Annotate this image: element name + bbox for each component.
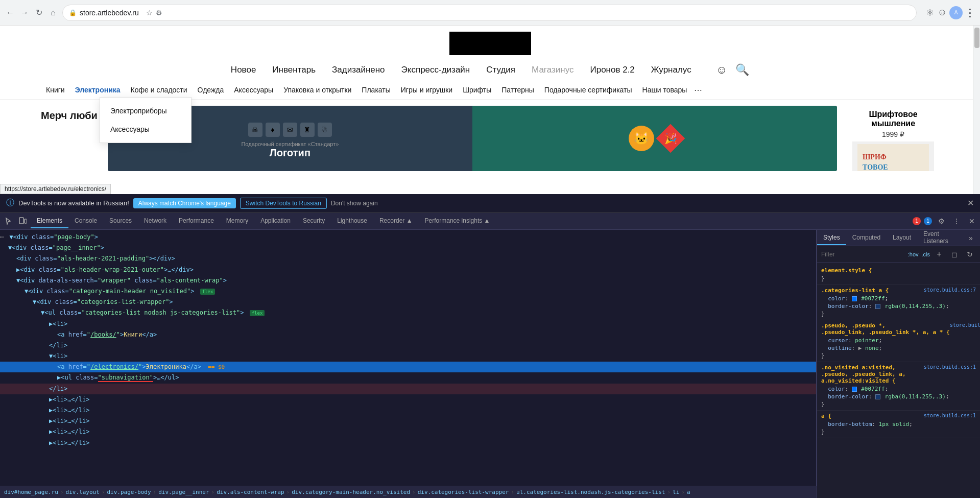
dom-line[interactable]: ▶<li>…</li>	[0, 416, 816, 426]
border-color-swatch-2[interactable]	[875, 394, 880, 399]
cat-odezhda[interactable]: Одежда	[193, 84, 229, 96]
toggle-style-classes-button[interactable]: ◻	[948, 248, 961, 260]
switch-devtools-button[interactable]: Switch DevTools to Russian	[240, 198, 327, 209]
nav-journalus[interactable]: Журналус	[651, 65, 691, 75]
reload-button[interactable]: ↻	[34, 8, 44, 18]
tab-sources[interactable]: Sources	[103, 214, 138, 228]
styles-tab-styles[interactable]: Styles	[817, 231, 846, 245]
inspect-element-button[interactable]	[2, 215, 14, 227]
dom-line[interactable]: </li>	[0, 384, 816, 394]
color-swatch[interactable]	[852, 296, 857, 301]
breadcrumb-cat-list-wrapper[interactable]: div.categories-list-wrapper	[418, 489, 509, 495]
add-style-rule-button[interactable]: +	[933, 248, 945, 260]
breadcrumb-page-inner[interactable]: div.page__inner	[158, 489, 209, 495]
cat-podarochnye[interactable]: Подарочные сертификаты	[539, 84, 637, 96]
breadcrumb-layout[interactable]: div.layout	[66, 489, 100, 495]
tab-application[interactable]: Application	[254, 214, 297, 228]
more-categories-button[interactable]: ⋯	[694, 85, 702, 95]
user-icon[interactable]: ☺	[716, 63, 727, 77]
tab-security[interactable]: Security	[297, 214, 331, 228]
css-source[interactable]: store.build.css:1	[924, 364, 976, 370]
cat-igry[interactable]: Игры и игрушки	[396, 84, 458, 96]
dom-line[interactable]: ▶<li>	[0, 319, 816, 329]
cat-upakovka[interactable]: Упаковка и открытки	[278, 84, 356, 96]
styles-tab-layout[interactable]: Layout	[887, 231, 917, 245]
more-tools-button[interactable]: ⋮	[950, 215, 963, 227]
bookmark-star-icon[interactable]: ☆	[146, 9, 153, 17]
address-bar[interactable]: 🔒 store.artlebedev.ru ☆ ⚙	[62, 5, 917, 21]
dom-line[interactable]: </li>	[0, 340, 816, 351]
dom-panel[interactable]: ⋯ ▼<div class="page-body"> ▼<div class="…	[0, 230, 817, 498]
settings-button[interactable]: ⚙	[935, 215, 947, 227]
dom-line[interactable]: ⋯ ▼<div class="page-body">	[0, 232, 816, 243]
cat-nashi[interactable]: Наши товары	[637, 84, 692, 96]
breadcrumb-li[interactable]: li	[673, 489, 679, 495]
css-source[interactable]: store.build.css:1	[950, 322, 980, 337]
search-icon[interactable]: 🔍	[735, 63, 749, 77]
dom-line[interactable]: ▶<ul class="subnavigation">…</ul>	[0, 372, 816, 383]
styles-tab-computed[interactable]: Computed	[846, 231, 887, 245]
breadcrumb-als-content[interactable]: div.als-content-wrap	[217, 489, 284, 495]
nav-zadizayneno[interactable]: Задизайнено	[332, 65, 385, 75]
cat-kofe[interactable]: Кофе и сладости	[126, 84, 193, 96]
cat-plakaty[interactable]: Плакаты	[356, 84, 395, 96]
home-button[interactable]: ⌂	[48, 8, 58, 18]
styles-more-button[interactable]: »	[965, 232, 977, 244]
breadcrumb-page-body[interactable]: div.page-body	[107, 489, 151, 495]
nav-inventar[interactable]: Инвентарь	[272, 65, 316, 75]
extensions-icon[interactable]: ⚙	[156, 9, 162, 17]
dom-line[interactable]: ▼<div class="page__inner">	[0, 243, 816, 253]
cat-patterny[interactable]: Паттерны	[496, 84, 539, 96]
dom-line[interactable]: ▶<li>…</li>	[0, 426, 816, 437]
dom-line-selected[interactable]: <a href="/electronics/">Электроника</a> …	[0, 362, 816, 372]
notification-close-button[interactable]: ✕	[967, 198, 974, 208]
profile-button[interactable]: ☺	[937, 8, 947, 18]
breadcrumb-a[interactable]: a	[687, 489, 690, 495]
cls-button[interactable]: .cls	[922, 251, 930, 257]
dropdown-item-aksessuary[interactable]: Аксессуары	[100, 120, 191, 138]
nav-magazinus[interactable]: Магазинус	[532, 65, 573, 75]
tab-elements[interactable]: Elements	[31, 214, 68, 228]
tab-console[interactable]: Console	[68, 214, 103, 228]
tab-perf-insights[interactable]: Performance insights ▲	[419, 214, 496, 228]
dom-line[interactable]: ▶<li>…</li>	[0, 438, 816, 448]
device-toolbar-button[interactable]	[16, 215, 29, 227]
dropdown-item-elektropribory[interactable]: Электроприборы	[100, 102, 191, 120]
dom-line[interactable]: ▶<div class="als-header-wrap-2021-outer"…	[0, 265, 816, 275]
nav-express[interactable]: Экспресс-дизайн	[401, 65, 470, 75]
breadcrumb-cat-header[interactable]: div.category-main-header.no_visited	[292, 489, 410, 495]
scrollbar-thumb[interactable]	[974, 28, 979, 48]
dom-line[interactable]: ▼<div class="category-main-header no_vis…	[0, 286, 816, 297]
cat-elektronika[interactable]: Электроника	[70, 84, 126, 96]
nav-novoe[interactable]: Новое	[231, 65, 256, 75]
dont-show-button[interactable]: Don't show again	[331, 200, 378, 207]
breadcrumb-home-page[interactable]: div#home_page.ru	[4, 489, 58, 495]
filter-input[interactable]	[821, 251, 905, 258]
breadcrumb-ul[interactable]: ul.categories-list.nodash.js-categories-…	[516, 489, 665, 495]
dom-line[interactable]: ▼<div data-als-search="wrapper" class="a…	[0, 275, 816, 286]
tab-performance[interactable]: Performance	[173, 214, 220, 228]
dom-line[interactable]: ▶<li>…</li>	[0, 394, 816, 405]
tab-lighthouse[interactable]: Lighthouse	[331, 214, 373, 228]
css-source[interactable]: store.build.css:7	[924, 287, 976, 295]
dom-line[interactable]: ▼<ul class="categories-list nodash js-ca…	[0, 307, 816, 318]
cat-knigi[interactable]: Книги	[41, 84, 70, 96]
forward-button[interactable]: →	[19, 8, 30, 18]
tab-recorder[interactable]: Recorder ▲	[373, 214, 419, 228]
cat-shrifty[interactable]: Шрифты	[458, 84, 496, 96]
back-button[interactable]: ←	[5, 8, 15, 18]
tab-memory[interactable]: Memory	[220, 214, 254, 228]
extensions-button[interactable]: ⚛	[925, 8, 935, 18]
close-devtools-button[interactable]: ✕	[966, 215, 978, 227]
nav-ironov[interactable]: Иронов 2.2	[590, 65, 634, 75]
dom-line[interactable]: <div class="als-header-2021-padding"></d…	[0, 253, 816, 264]
border-color-swatch[interactable]	[875, 304, 880, 309]
always-match-button[interactable]: Always match Chrome's language	[133, 198, 236, 208]
css-source[interactable]: store.build.css:1	[924, 413, 976, 420]
nav-studiya[interactable]: Студия	[486, 65, 515, 75]
dom-line[interactable]: ▼<div class="categories-list-wrapper">	[0, 297, 816, 307]
tab-network[interactable]: Network	[138, 214, 173, 228]
color-swatch-2[interactable]	[852, 387, 857, 392]
menu-button[interactable]: ⋮	[965, 8, 975, 18]
cat-aksessuary[interactable]: Аксессуары	[229, 84, 278, 96]
